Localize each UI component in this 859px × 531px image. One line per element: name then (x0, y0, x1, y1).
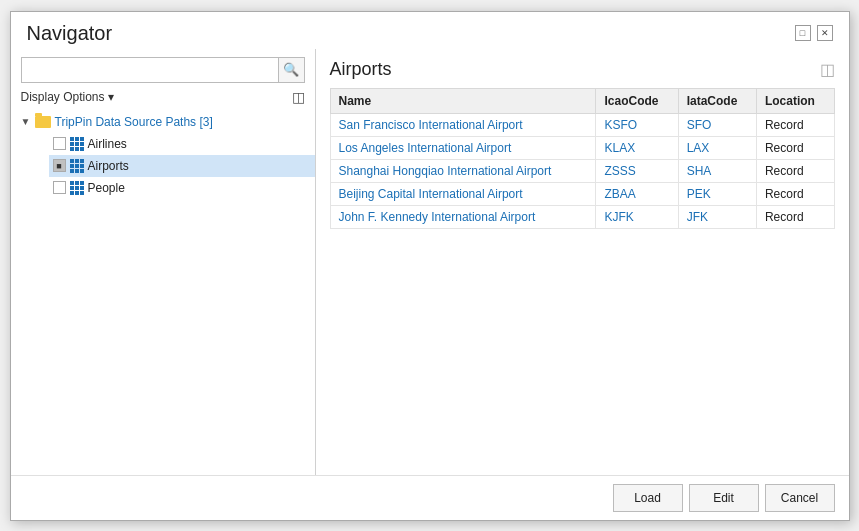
cell-location: Record (756, 182, 834, 205)
load-button[interactable]: Load (613, 484, 683, 512)
nav-icon: ◫ (292, 89, 305, 105)
footer: Load Edit Cancel (11, 475, 849, 520)
minimize-button[interactable]: □ (795, 25, 811, 41)
display-options-label: Display Options (21, 90, 105, 104)
airlines-label: Airlines (88, 137, 315, 151)
airlines-checkbox[interactable] (53, 137, 66, 150)
edit-button[interactable]: Edit (689, 484, 759, 512)
folder-icon (35, 116, 51, 128)
cell-name: John F. Kennedy International Airport (330, 205, 596, 228)
people-grid-icon (70, 181, 84, 195)
cell-location: Record (756, 159, 834, 182)
tree-root-item[interactable]: ▼ TripPin Data Source Paths [3] (15, 111, 315, 133)
cancel-button[interactable]: Cancel (765, 484, 835, 512)
tree-area: ▼ TripPin Data Source Paths [3] (11, 111, 315, 475)
display-options-arrow: ▾ (108, 90, 114, 104)
cell-icao: KLAX (596, 136, 678, 159)
col-iata: IataCode (678, 88, 756, 113)
search-bar: 🔍 (21, 57, 305, 83)
cell-location: Record (756, 113, 834, 136)
col-icao: IcaoCode (596, 88, 678, 113)
tree-item-people[interactable]: People (49, 177, 315, 199)
tree-root: ▼ TripPin Data Source Paths [3] (11, 111, 315, 199)
people-checkbox[interactable] (53, 181, 66, 194)
right-title: Airports (330, 59, 392, 80)
nav-icon-button[interactable]: ◫ (292, 89, 305, 105)
tree-chevron-icon: ▼ (21, 116, 35, 127)
tree-item-airports[interactable]: ■ Airports (49, 155, 315, 177)
col-name: Name (330, 88, 596, 113)
airports-table: Name IcaoCode IataCode Location San Fran… (330, 88, 835, 229)
title-bar: Navigator □ ✕ (11, 12, 849, 49)
table-row: Shanghai Hongqiao International AirportZ… (330, 159, 834, 182)
table-row: Beijing Capital International AirportZBA… (330, 182, 834, 205)
col-location: Location (756, 88, 834, 113)
search-button[interactable]: 🔍 (278, 58, 304, 82)
tree-item-airlines[interactable]: Airlines (49, 133, 315, 155)
content-area: 🔍 Display Options ▾ ◫ ▼ Tr (11, 49, 849, 475)
cell-icao: KJFK (596, 205, 678, 228)
cell-name: Los Angeles International Airport (330, 136, 596, 159)
left-panel: 🔍 Display Options ▾ ◫ ▼ Tr (11, 49, 316, 475)
title-bar-controls: □ ✕ (795, 25, 833, 41)
table-row: Los Angeles International AirportKLAXLAX… (330, 136, 834, 159)
right-header: Airports ◫ (330, 59, 835, 80)
airports-grid-icon (70, 159, 84, 173)
table-row: San Francisco International AirportKSFOS… (330, 113, 834, 136)
cell-location: Record (756, 136, 834, 159)
tree-root-label: TripPin Data Source Paths [3] (55, 115, 315, 129)
cell-icao: KSFO (596, 113, 678, 136)
cell-iata: SHA (678, 159, 756, 182)
display-options-row: Display Options ▾ ◫ (11, 89, 315, 111)
table-body: San Francisco International AirportKSFOS… (330, 113, 834, 228)
search-icon: 🔍 (283, 62, 299, 77)
dialog-title: Navigator (27, 22, 113, 45)
cell-iata: PEK (678, 182, 756, 205)
cell-name: Beijing Capital International Airport (330, 182, 596, 205)
navigator-dialog: Navigator □ ✕ 🔍 Display Options ▾ ◫ (10, 11, 850, 521)
cell-icao: ZSSS (596, 159, 678, 182)
cell-name: San Francisco International Airport (330, 113, 596, 136)
cell-iata: LAX (678, 136, 756, 159)
tree-children: Airlines ■ Airports (15, 133, 315, 199)
cell-icao: ZBAA (596, 182, 678, 205)
airports-checkbox[interactable]: ■ (53, 159, 66, 172)
cell-location: Record (756, 205, 834, 228)
table-header-row: Name IcaoCode IataCode Location (330, 88, 834, 113)
close-button[interactable]: ✕ (817, 25, 833, 41)
cell-iata: SFO (678, 113, 756, 136)
airports-label: Airports (88, 159, 315, 173)
table-row: John F. Kennedy International AirportKJF… (330, 205, 834, 228)
cell-iata: JFK (678, 205, 756, 228)
right-panel: Airports ◫ Name IcaoCode IataCode Locati… (316, 49, 849, 475)
table-header: Name IcaoCode IataCode Location (330, 88, 834, 113)
cell-name: Shanghai Hongqiao International Airport (330, 159, 596, 182)
table-nav-icon[interactable]: ◫ (820, 60, 835, 79)
airlines-grid-icon (70, 137, 84, 151)
people-label: People (88, 181, 315, 195)
search-input[interactable] (22, 63, 278, 77)
display-options-button[interactable]: Display Options ▾ (21, 90, 114, 104)
